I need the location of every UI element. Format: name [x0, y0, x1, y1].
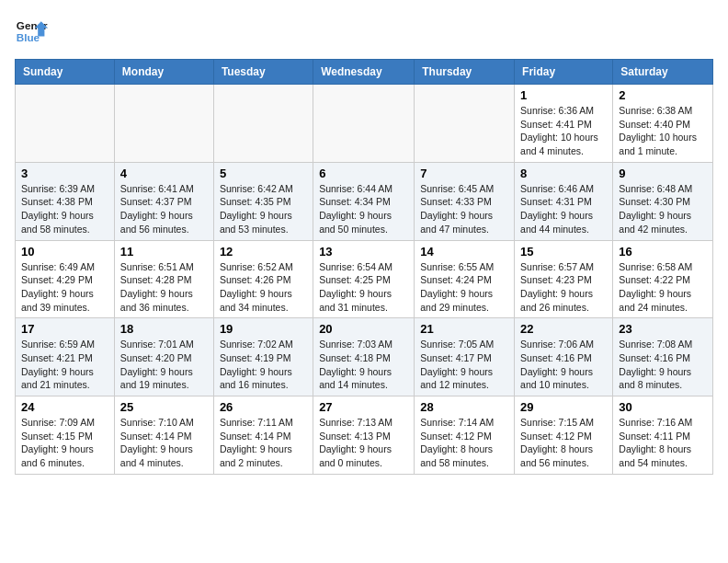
- day-info: Sunrise: 6:42 AM Sunset: 4:35 PM Dayligh…: [220, 182, 307, 236]
- day-number: 11: [120, 245, 208, 259]
- day-info: Sunrise: 7:05 AM Sunset: 4:17 PM Dayligh…: [420, 338, 508, 392]
- calendar-cell: 25Sunrise: 7:10 AM Sunset: 4:14 PM Dayli…: [114, 396, 213, 475]
- day-info: Sunrise: 6:59 AM Sunset: 4:21 PM Dayligh…: [21, 338, 108, 392]
- page-header: General Blue: [15, 15, 713, 48]
- weekday-header-row: SundayMondayTuesdayWednesdayThursdayFrid…: [16, 60, 713, 85]
- calendar-week-3: 10Sunrise: 6:49 AM Sunset: 4:29 PM Dayli…: [16, 240, 713, 318]
- day-number: 17: [21, 322, 108, 336]
- calendar-cell: 17Sunrise: 6:59 AM Sunset: 4:21 PM Dayli…: [16, 318, 115, 396]
- calendar-cell: 23Sunrise: 7:08 AM Sunset: 4:16 PM Dayli…: [613, 318, 713, 396]
- day-number: 26: [220, 400, 307, 414]
- day-info: Sunrise: 6:41 AM Sunset: 4:37 PM Dayligh…: [120, 182, 208, 236]
- calendar-cell: 27Sunrise: 7:13 AM Sunset: 4:13 PM Dayli…: [313, 396, 415, 475]
- day-info: Sunrise: 6:58 AM Sunset: 4:22 PM Dayligh…: [619, 260, 707, 315]
- calendar-cell: 13Sunrise: 6:54 AM Sunset: 4:25 PM Dayli…: [313, 240, 415, 318]
- day-number: 27: [319, 400, 408, 414]
- day-info: Sunrise: 6:36 AM Sunset: 4:41 PM Dayligh…: [520, 104, 607, 158]
- day-number: 24: [21, 400, 108, 414]
- calendar-cell: 7Sunrise: 6:45 AM Sunset: 4:33 PM Daylig…: [415, 162, 515, 240]
- calendar-cell: 10Sunrise: 6:49 AM Sunset: 4:29 PM Dayli…: [16, 240, 115, 318]
- day-number: 29: [520, 400, 607, 414]
- svg-text:Blue: Blue: [17, 31, 40, 43]
- day-number: 7: [420, 167, 508, 180]
- calendar-cell: [114, 85, 213, 163]
- day-number: 16: [619, 245, 707, 259]
- day-number: 2: [619, 88, 707, 102]
- calendar-cell: 5Sunrise: 6:42 AM Sunset: 4:35 PM Daylig…: [213, 162, 313, 240]
- calendar-cell: 6Sunrise: 6:44 AM Sunset: 4:34 PM Daylig…: [313, 162, 415, 240]
- calendar-week-4: 17Sunrise: 6:59 AM Sunset: 4:21 PM Dayli…: [16, 318, 713, 396]
- day-number: 13: [319, 245, 408, 259]
- day-info: Sunrise: 7:03 AM Sunset: 4:18 PM Dayligh…: [319, 338, 408, 392]
- day-number: 25: [120, 400, 208, 414]
- day-number: 8: [520, 167, 607, 180]
- day-info: Sunrise: 6:44 AM Sunset: 4:34 PM Dayligh…: [319, 182, 408, 236]
- calendar-cell: 29Sunrise: 7:15 AM Sunset: 4:12 PM Dayli…: [515, 396, 613, 475]
- calendar-cell: 2Sunrise: 6:38 AM Sunset: 4:40 PM Daylig…: [613, 85, 713, 163]
- day-info: Sunrise: 7:08 AM Sunset: 4:16 PM Dayligh…: [619, 338, 707, 392]
- day-info: Sunrise: 7:11 AM Sunset: 4:14 PM Dayligh…: [220, 416, 307, 470]
- calendar-cell: 30Sunrise: 7:16 AM Sunset: 4:11 PM Dayli…: [613, 396, 713, 475]
- day-info: Sunrise: 6:39 AM Sunset: 4:38 PM Dayligh…: [21, 182, 108, 236]
- calendar-cell: 24Sunrise: 7:09 AM Sunset: 4:15 PM Dayli…: [16, 396, 115, 475]
- day-info: Sunrise: 7:15 AM Sunset: 4:12 PM Dayligh…: [520, 416, 607, 470]
- weekday-header-thursday: Thursday: [415, 60, 515, 85]
- calendar-cell: [415, 85, 515, 163]
- calendar-cell: 1Sunrise: 6:36 AM Sunset: 4:41 PM Daylig…: [515, 85, 613, 163]
- day-info: Sunrise: 6:52 AM Sunset: 4:26 PM Dayligh…: [220, 260, 307, 315]
- calendar-cell: 4Sunrise: 6:41 AM Sunset: 4:37 PM Daylig…: [114, 162, 213, 240]
- calendar-cell: 12Sunrise: 6:52 AM Sunset: 4:26 PM Dayli…: [213, 240, 313, 318]
- calendar-cell: 15Sunrise: 6:57 AM Sunset: 4:23 PM Dayli…: [515, 240, 613, 318]
- day-number: 9: [619, 167, 707, 180]
- day-number: 5: [220, 167, 307, 180]
- weekday-header-saturday: Saturday: [613, 60, 713, 85]
- calendar-cell: 28Sunrise: 7:14 AM Sunset: 4:12 PM Dayli…: [415, 396, 515, 475]
- weekday-header-wednesday: Wednesday: [313, 60, 415, 85]
- day-number: 15: [520, 245, 607, 259]
- day-number: 4: [120, 167, 208, 180]
- day-number: 1: [520, 88, 607, 102]
- day-info: Sunrise: 6:46 AM Sunset: 4:31 PM Dayligh…: [520, 182, 607, 236]
- day-number: 18: [120, 322, 208, 336]
- calendar-cell: [16, 85, 115, 163]
- day-info: Sunrise: 6:57 AM Sunset: 4:23 PM Dayligh…: [520, 260, 607, 315]
- weekday-header-sunday: Sunday: [16, 60, 115, 85]
- calendar-cell: 26Sunrise: 7:11 AM Sunset: 4:14 PM Dayli…: [213, 396, 313, 475]
- calendar-cell: [213, 85, 313, 163]
- day-info: Sunrise: 7:01 AM Sunset: 4:20 PM Dayligh…: [120, 338, 208, 392]
- weekday-header-tuesday: Tuesday: [213, 60, 313, 85]
- calendar-week-2: 3Sunrise: 6:39 AM Sunset: 4:38 PM Daylig…: [16, 162, 713, 240]
- day-info: Sunrise: 7:16 AM Sunset: 4:11 PM Dayligh…: [619, 416, 707, 470]
- day-info: Sunrise: 6:55 AM Sunset: 4:24 PM Dayligh…: [420, 260, 508, 315]
- day-number: 23: [619, 322, 707, 336]
- day-number: 12: [220, 245, 307, 259]
- day-number: 22: [520, 322, 607, 336]
- day-number: 28: [420, 400, 508, 414]
- calendar-cell: 16Sunrise: 6:58 AM Sunset: 4:22 PM Dayli…: [613, 240, 713, 318]
- calendar-cell: 21Sunrise: 7:05 AM Sunset: 4:17 PM Dayli…: [415, 318, 515, 396]
- day-number: 14: [420, 245, 508, 259]
- day-number: 30: [619, 400, 707, 414]
- calendar-cell: 19Sunrise: 7:02 AM Sunset: 4:19 PM Dayli…: [213, 318, 313, 396]
- calendar-cell: 14Sunrise: 6:55 AM Sunset: 4:24 PM Dayli…: [415, 240, 515, 318]
- day-info: Sunrise: 6:51 AM Sunset: 4:28 PM Dayligh…: [120, 260, 208, 315]
- calendar-week-5: 24Sunrise: 7:09 AM Sunset: 4:15 PM Dayli…: [16, 396, 713, 475]
- calendar-week-1: 1Sunrise: 6:36 AM Sunset: 4:41 PM Daylig…: [16, 85, 713, 163]
- day-info: Sunrise: 7:09 AM Sunset: 4:15 PM Dayligh…: [21, 416, 108, 470]
- day-number: 3: [21, 167, 108, 180]
- weekday-header-friday: Friday: [515, 60, 613, 85]
- calendar-cell: 22Sunrise: 7:06 AM Sunset: 4:16 PM Dayli…: [515, 318, 613, 396]
- logo: General Blue: [15, 15, 48, 48]
- day-info: Sunrise: 6:54 AM Sunset: 4:25 PM Dayligh…: [319, 260, 408, 315]
- day-info: Sunrise: 7:13 AM Sunset: 4:13 PM Dayligh…: [319, 416, 408, 470]
- calendar-table: SundayMondayTuesdayWednesdayThursdayFrid…: [15, 59, 713, 475]
- day-info: Sunrise: 7:06 AM Sunset: 4:16 PM Dayligh…: [520, 338, 607, 392]
- day-number: 21: [420, 322, 508, 336]
- day-info: Sunrise: 6:48 AM Sunset: 4:30 PM Dayligh…: [619, 182, 707, 236]
- weekday-header-monday: Monday: [114, 60, 213, 85]
- calendar-cell: [313, 85, 415, 163]
- calendar-cell: 11Sunrise: 6:51 AM Sunset: 4:28 PM Dayli…: [114, 240, 213, 318]
- day-number: 19: [220, 322, 307, 336]
- day-number: 20: [319, 322, 408, 336]
- day-number: 6: [319, 167, 408, 180]
